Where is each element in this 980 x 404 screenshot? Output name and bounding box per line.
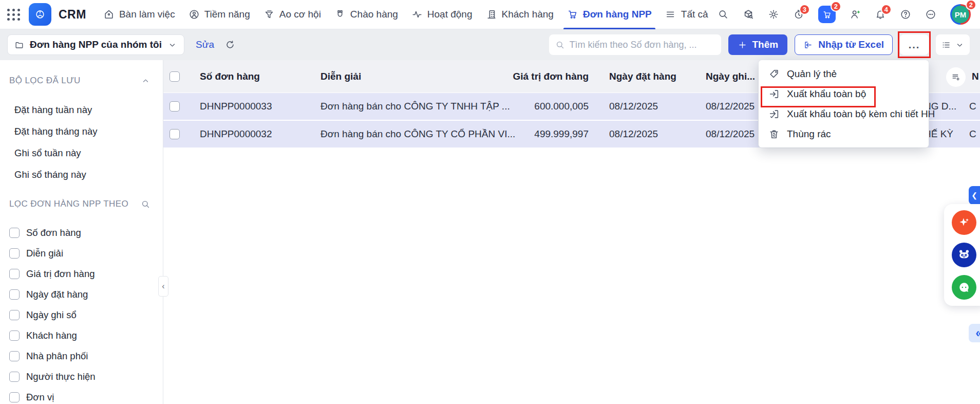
filter-field-description[interactable]: Diễn giải — [9, 243, 150, 264]
invite-user-button[interactable] — [850, 9, 861, 20]
order-code-link[interactable]: DHNPP0000032 — [200, 121, 272, 148]
history-badge: 3 — [799, 4, 810, 15]
add-button-label: Thêm — [752, 39, 779, 50]
import-excel-button[interactable]: Nhập từ Excel — [795, 34, 893, 55]
more-actions-button[interactable]: ... — [900, 34, 929, 55]
menu-item-trash[interactable]: Thùng rác — [759, 124, 929, 144]
column-header[interactable]: Ngày ghi... — [706, 60, 755, 93]
column-header[interactable]: Diễn giải — [321, 60, 361, 93]
filter-field-order-value[interactable]: Giá trị đơn hàng — [9, 264, 150, 284]
refresh-button[interactable] — [224, 39, 236, 50]
nav-item-customers[interactable]: Khách hàng — [479, 0, 560, 29]
menu-item-manage-tags[interactable]: Quản lý thẻ — [759, 64, 929, 84]
column-header[interactable]: Số đơn hàng — [200, 60, 260, 93]
refresh-icon — [224, 39, 236, 50]
filter-field-unit[interactable]: Đơn vị — [9, 387, 150, 404]
menu-item-export-all[interactable]: Xuất khẩu toàn bộ — [759, 84, 929, 104]
expand-panel-button[interactable]: « — [969, 324, 980, 342]
nav-item-all[interactable]: Tất cả — [658, 0, 715, 29]
saved-filter-item[interactable]: Ghi sổ tuần này — [9, 142, 150, 164]
row-checkbox[interactable] — [169, 101, 180, 112]
sales-app-button[interactable]: 2 — [818, 6, 836, 23]
funnel-icon — [263, 9, 275, 20]
filter-field-distributor[interactable]: Nhà phân phối — [9, 346, 150, 366]
checkbox[interactable] — [9, 248, 20, 259]
nav-item-offers[interactable]: Chào hàng — [328, 0, 405, 29]
filter-field-order-date[interactable]: Ngày đặt hàng — [9, 284, 150, 305]
chevron-up-icon[interactable] — [141, 76, 150, 86]
saved-filter-item[interactable]: Ghi sổ tháng này — [9, 164, 150, 186]
global-search-button[interactable] — [718, 9, 729, 20]
column-header[interactable]: Ngày đặt hàng — [609, 60, 676, 93]
checkbox[interactable] — [9, 351, 20, 361]
filter-fields-heading: LỌC ĐƠN HÀNG NPP THEO — [9, 199, 150, 209]
saved-filter-item[interactable]: Đặt hàng tuần này — [9, 99, 150, 121]
checkbox[interactable] — [9, 330, 20, 341]
tag-icon — [768, 68, 780, 80]
notifications-badge: 4 — [881, 4, 892, 15]
table-search[interactable] — [549, 34, 721, 55]
order-code-link[interactable]: DHNPP0000033 — [200, 93, 272, 120]
cart-icon — [567, 9, 578, 20]
ai-sparkle-button[interactable] — [952, 210, 976, 235]
sidebar-collapse-handle[interactable]: ‹ — [158, 276, 168, 297]
checkbox[interactable] — [9, 392, 20, 402]
order-date: 08/12/2025 — [609, 121, 658, 148]
add-column-button[interactable] — [946, 67, 966, 87]
plus-icon — [738, 40, 747, 50]
edit-view-link[interactable]: Sửa — [196, 39, 214, 50]
search-icon — [555, 40, 565, 50]
crm-logo[interactable] — [29, 3, 51, 26]
app-launcher-icon[interactable] — [7, 9, 21, 21]
history-button[interactable]: 3 — [793, 9, 804, 20]
order-description-link[interactable]: Đơn hàng bán cho CÔNG TY CỔ PHẦN VI... — [321, 121, 515, 148]
checkbox[interactable] — [9, 228, 20, 238]
nav-item-opportunity-pool[interactable]: Ao cơ hội — [257, 0, 328, 29]
order-description-link[interactable]: Đơn hàng bán cho CÔNG TY TNHH TẬP ... — [321, 93, 510, 120]
product-lookup-button[interactable] — [743, 9, 754, 20]
search-input[interactable] — [570, 40, 715, 50]
nav-item-leads[interactable]: Tiềm năng — [182, 0, 257, 29]
nav-item-label: Bàn làm việc — [119, 9, 175, 20]
nav-item-activities[interactable]: Hoạt động — [405, 0, 479, 29]
truncated-cell[interactable]: C — [969, 93, 976, 120]
brand-name: CRM — [59, 8, 86, 22]
column-header[interactable]: N — [972, 60, 979, 93]
saved-filter-item[interactable]: Đặt hàng tháng này — [9, 121, 150, 142]
add-button[interactable]: Thêm — [728, 34, 788, 55]
order-value: 499.999,997 — [492, 121, 589, 148]
menu-item-label: Xuất khẩu toàn bộ kèm chi tiết HH — [787, 108, 935, 120]
notifications-button[interactable]: 4 — [875, 9, 886, 20]
column-header[interactable]: Giá trị đơn hàng — [492, 60, 589, 93]
select-all-checkbox[interactable] — [169, 71, 180, 82]
checkbox[interactable] — [9, 310, 20, 320]
sales-app-badge: 2 — [831, 1, 841, 12]
view-selector[interactable]: Đơn hàng NPP của nhóm tôi — [7, 34, 184, 55]
truncated-cell[interactable]: C — [969, 121, 976, 148]
filter-field-order-number[interactable]: Số đơn hàng — [9, 223, 150, 243]
import-icon — [803, 40, 813, 50]
box-search-icon — [743, 9, 754, 20]
row-checkbox[interactable] — [169, 129, 180, 139]
more-apps-button[interactable] — [925, 9, 936, 20]
book-date: 08/12/2025 — [706, 93, 755, 120]
nav-item-workspace[interactable]: Bàn làm việc — [97, 0, 182, 29]
user-avatar[interactable]: PM 2 — [950, 4, 971, 25]
live-chat-button[interactable] — [952, 275, 976, 300]
settings-button[interactable] — [768, 9, 779, 20]
checkbox[interactable] — [9, 289, 20, 300]
nav-item-npp-orders[interactable]: Đơn hàng NPP — [560, 0, 658, 29]
right-panel-toggle[interactable]: ❮ — [969, 186, 980, 205]
filter-field-customer[interactable]: Khách hàng — [9, 325, 150, 346]
checkbox[interactable] — [9, 372, 20, 382]
view-mode-button[interactable] — [936, 34, 970, 55]
home-icon — [103, 9, 115, 20]
search-icon[interactable] — [141, 199, 150, 209]
menu-item-export-all-details[interactable]: Xuất khẩu toàn bộ kèm chi tiết HH — [759, 104, 929, 124]
checkbox[interactable] — [9, 269, 20, 279]
filter-field-assignee[interactable]: Người thực hiện — [9, 366, 150, 387]
help-button[interactable] — [900, 9, 911, 20]
chat-bubble-icon — [957, 280, 971, 295]
filter-field-book-date[interactable]: Ngày ghi sổ — [9, 305, 150, 325]
chatbot-button[interactable] — [952, 243, 976, 267]
